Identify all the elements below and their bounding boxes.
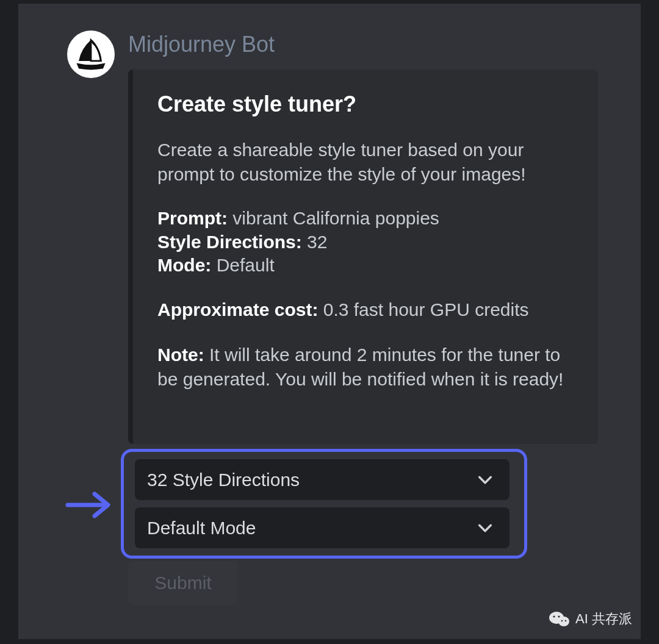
style-directions-select-label: 32 Style Directions	[147, 470, 300, 490]
svg-point-2	[558, 617, 569, 626]
embed-fields: Prompt: vibrant California poppies Style…	[157, 207, 574, 277]
annotation-arrow	[65, 489, 113, 521]
chevron-down-icon	[477, 471, 494, 488]
field-prompt-value: vibrant California poppies	[232, 208, 439, 228]
chat-message-area: Midjourney Bot Create style tuner? Creat…	[18, 4, 641, 639]
wechat-icon	[549, 610, 571, 628]
field-note-label: Note:	[157, 345, 204, 365]
sailboat-icon	[73, 37, 109, 72]
chevron-down-icon	[477, 520, 494, 537]
field-mode-label: Mode:	[157, 255, 211, 275]
field-note: Note: It will take around 2 minutes for …	[157, 343, 574, 391]
svg-point-5	[561, 620, 563, 622]
field-note-value: It will take around 2 minutes for the tu…	[157, 345, 563, 389]
field-style-directions-label: Style Directions:	[157, 232, 302, 252]
embed-card: Create style tuner? Create a shareable s…	[128, 70, 598, 444]
field-mode: Mode: Default	[157, 254, 574, 277]
embed-description: Create a shareable style tuner based on …	[157, 138, 574, 186]
arrow-right-icon	[65, 490, 113, 520]
dropdowns-highlight-box: 32 Style Directions Default Mode	[121, 449, 527, 559]
style-directions-select[interactable]: 32 Style Directions	[135, 459, 510, 500]
field-cost-label: Approximate cost:	[157, 299, 318, 320]
submit-button[interactable]: Submit	[128, 561, 238, 605]
field-style-directions-value: 32	[307, 232, 327, 252]
submit-button-label: Submit	[154, 573, 211, 593]
svg-point-3	[553, 615, 555, 617]
field-prompt-label: Prompt:	[157, 208, 228, 228]
svg-point-4	[558, 615, 560, 617]
bot-username: Midjourney Bot	[128, 32, 275, 57]
mode-select[interactable]: Default Mode	[135, 507, 510, 548]
svg-point-6	[565, 620, 567, 622]
watermark-text: AI 共存派	[575, 610, 632, 628]
mode-select-label: Default Mode	[147, 518, 256, 538]
app-window: Midjourney Bot Create style tuner? Creat…	[0, 0, 659, 644]
field-style-directions: Style Directions: 32	[157, 231, 574, 254]
field-cost: Approximate cost: 0.3 fast hour GPU cred…	[157, 298, 574, 322]
embed-title: Create style tuner?	[157, 91, 574, 117]
field-cost-value: 0.3 fast hour GPU credits	[323, 299, 529, 320]
field-prompt: Prompt: vibrant California poppies	[157, 207, 574, 230]
field-mode-value: Default	[217, 255, 275, 275]
bot-avatar	[67, 30, 115, 78]
watermark: AI 共存派	[549, 610, 632, 628]
